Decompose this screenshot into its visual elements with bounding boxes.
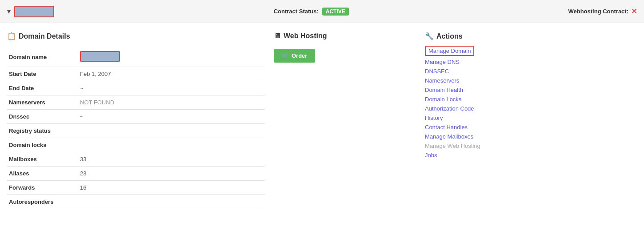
field-value-nameservers: NOT FOUND [78,95,265,110]
contract-status-badge: ACTIVE [322,8,349,16]
field-value-end-date: ~ [78,81,265,95]
field-label-nameservers: Nameservers [7,95,78,110]
contract-status-label: Contract Status: [274,8,319,15]
domain-details-icon: 📋 [7,32,16,40]
action-link-manage-web-hosting: Manage Web Hosting [425,143,480,149]
field-value-mailboxes: 33 [78,152,265,167]
chevron-down-icon[interactable]: ▾ [7,7,11,16]
webhosting-contract-section: Webhosting Contract: ✕ [568,7,637,16]
field-label-domain-name: Domain name [7,48,78,67]
top-bar: ▾ Contract Status: ACTIVE Webhosting Con… [0,0,644,23]
nameservers-not-found: NOT FOUND [80,99,114,106]
domain-details-table: Domain name Start Date Feb 1, 2007 End D… [7,48,265,209]
action-link-contact-handles[interactable]: Contact Handles [425,124,468,131]
action-item-manage-domain[interactable]: Manage Domain [425,46,637,56]
domain-details-section: 📋 Domain Details Domain name Start Date … [7,32,265,209]
table-row: Forwards 16 [7,181,265,195]
action-item-domain-health[interactable]: Domain Health [425,87,637,93]
table-row: Mailboxes 33 [7,152,265,167]
action-item-manage-mailboxes[interactable]: Manage Mailboxes [425,133,637,140]
order-button-label: Order [292,52,307,59]
field-value-dnssec: ~ [78,110,265,124]
field-value-forwards: 16 [78,181,265,195]
table-row: Registry status [7,124,265,138]
actions-list: Manage Domain Manage DNS DNSSEC Nameserv… [425,46,637,159]
action-item-manage-web-hosting: Manage Web Hosting [425,143,637,149]
table-row: Domain name [7,48,265,67]
table-row: Start Date Feb 1, 2007 [7,67,265,81]
actions-panel: 🔧 Actions Manage Domain Manage DNS DNSSE… [425,32,637,209]
field-label-start-date: Start Date [7,67,78,81]
field-value-domain-name [78,48,265,67]
action-link-domain-locks[interactable]: Domain Locks [425,96,461,103]
action-item-domain-locks[interactable]: Domain Locks [425,96,637,103]
table-row: End Date ~ [7,81,265,95]
order-button[interactable]: 🛒 Order [274,49,315,63]
action-item-nameservers[interactable]: Nameservers [425,77,637,84]
field-label-aliases: Aliases [7,167,78,181]
action-link-authorization-code[interactable]: Authorization Code [425,105,474,112]
action-link-manage-mailboxes[interactable]: Manage Mailboxes [425,133,473,140]
field-label-end-date: End Date [7,81,78,95]
domain-details-title-text: Domain Details [19,32,70,40]
table-row: Autoresponders [7,195,265,209]
web-hosting-title: 🖥 Web Hosting [274,32,416,40]
action-item-manage-dns[interactable]: Manage DNS [425,59,637,65]
field-label-autoresponders: Autoresponders [7,195,78,209]
action-item-jobs[interactable]: Jobs [425,152,637,159]
wrench-icon: 🔧 [425,32,434,40]
action-item-dnssec[interactable]: DNSSEC [425,68,637,75]
actions-title: 🔧 Actions [425,32,637,40]
action-link-jobs[interactable]: Jobs [425,152,437,159]
action-link-nameservers[interactable]: Nameservers [425,77,459,84]
top-bar-left: ▾ [7,6,54,17]
action-link-history[interactable]: History [425,115,443,121]
action-link-manage-domain[interactable]: Manage Domain [425,46,474,56]
domain-value-placeholder [80,51,120,62]
field-value-domain-locks [78,138,265,152]
field-value-start-date: Feb 1, 2007 [78,67,265,81]
action-item-contact-handles[interactable]: Contact Handles [425,124,637,131]
field-label-dnssec: Dnssec [7,110,78,124]
webhosting-contract-label: Webhosting Contract: [568,8,628,15]
action-item-authorization-code[interactable]: Authorization Code [425,105,637,112]
action-link-manage-dns[interactable]: Manage DNS [425,59,460,65]
action-link-dnssec[interactable]: DNSSEC [425,68,449,75]
domain-details-title: 📋 Domain Details [7,32,265,40]
table-row: Domain locks [7,138,265,152]
contract-status-section: Contract Status: ACTIVE [54,8,568,16]
field-label-registry-status: Registry status [7,124,78,138]
field-label-domain-locks: Domain locks [7,138,78,152]
web-hosting-title-text: Web Hosting [284,32,327,40]
web-hosting-section: 🖥 Web Hosting 🛒 Order [274,32,416,209]
web-hosting-icon: 🖥 [274,32,281,40]
webhosting-contract-x-icon: ✕ [631,7,637,16]
order-cart-icon: 🛒 [282,52,289,59]
table-row: Dnssec ~ [7,110,265,124]
action-link-domain-health[interactable]: Domain Health [425,87,463,93]
field-value-registry-status [78,124,265,138]
field-value-autoresponders [78,195,265,209]
field-label-mailboxes: Mailboxes [7,152,78,167]
action-item-history[interactable]: History [425,115,637,121]
domain-name-badge [14,6,54,17]
field-value-aliases: 23 [78,167,265,181]
main-content: 📋 Domain Details Domain name Start Date … [0,23,644,218]
actions-title-text: Actions [436,32,463,40]
field-label-forwards: Forwards [7,181,78,195]
table-row: Nameservers NOT FOUND [7,95,265,110]
table-row: Aliases 23 [7,167,265,181]
